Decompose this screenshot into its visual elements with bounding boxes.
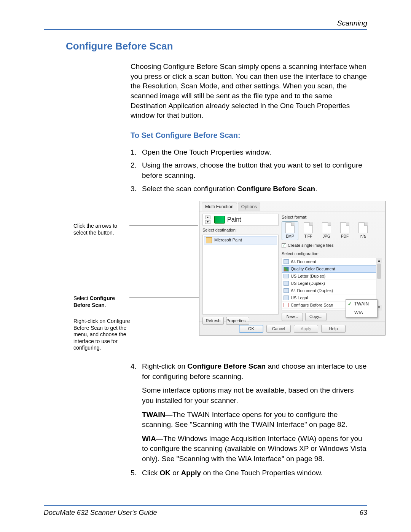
format-tiff[interactable]: TIFF [300,221,317,240]
help-button[interactable]: Help [321,325,346,333]
intro-paragraph: Choosing Configure Before Scan simply op… [131,62,367,120]
step-4-wia: WIA—The Windows Image Acquisition Interf… [142,434,367,464]
fmt-label: PDF [341,234,349,238]
ctx-wia[interactable]: WIA [346,308,377,317]
scroll-thumb[interactable] [377,264,381,279]
callout-2a: Select [73,295,90,301]
step-4-twain: TWAIN—The TWAIN Interface opens for you … [142,410,367,430]
onetouch-dialog: Multi Function Options ▲ ▼ [199,201,386,335]
step-1: Open the One Touch Properties window. [131,147,367,158]
footer-title: DocuMate 632 Scanner User's Guide [44,509,157,517]
arrow-down-button[interactable]: ▼ [205,220,210,224]
step-3-bold: Configure Before Scan [237,185,315,193]
cfg-label: A4 Document [291,259,316,265]
ok-button[interactable]: OK [239,325,263,333]
tab-multifunction[interactable]: Multi Function [202,203,237,211]
select-destination-label: Select destination: [202,227,279,233]
select-format-label: Select format: [282,214,382,220]
s5-mid: or [170,469,181,477]
fmt-label: JPG [323,234,330,238]
checkmark-icon: ✓ [348,301,352,307]
format-pdf[interactable]: PDF [336,221,353,240]
cfg-us-legal-duplex[interactable]: US Legal (Duplex) [282,280,382,287]
new-button[interactable]: New... [282,313,303,321]
copy-button[interactable]: Copy... [305,313,327,321]
callout-select-cbs: Select Configure Before Scan. [73,295,131,308]
cfg-label: US Legal (Duplex) [291,281,325,286]
step-4-pre: Right-click on [142,362,187,370]
paint-label: Paint [227,216,241,224]
fmt-label: n/a [360,234,366,238]
context-menu: ✓TWAIN WIA [346,299,378,318]
ctx-twain[interactable]: ✓TWAIN [346,300,377,308]
cfg-quality-color[interactable]: Quality Color Document [282,265,382,273]
callout-2c: . [105,302,106,308]
figure: Click the arrows to select the button. S… [140,201,367,353]
cfg-label: US Legal [291,295,308,301]
callout-rightclick: Right-click on Configure Before Scan to … [73,318,136,351]
destination-header: ▲ ▼ Paint [202,214,279,226]
format-row: BMP TIFF JPG PDF n/a [282,221,382,240]
format-jpg[interactable]: JPG [318,221,335,240]
apply-button[interactable]: Apply [294,325,318,333]
destination-item-label: Microsoft Paint [214,237,242,243]
twain-bold: TWAIN [142,411,165,419]
page-title: Configure Before Scan [66,40,367,52]
step-4-bold: Configure Before Scan [187,362,266,370]
s5-ok: OK [159,469,170,477]
destination-item[interactable]: Microsoft Paint [204,236,277,244]
subheading: To Set Configure Before Scan: [131,130,367,141]
callout-line-1 [129,225,198,225]
select-config-label: Select configuration: [282,251,382,257]
cancel-button[interactable]: Cancel [266,325,291,333]
fmt-label: TIFF [304,234,312,238]
arrow-up-button[interactable]: ▲ [205,216,210,219]
title-rule [66,54,367,54]
fmt-label: BMP [286,234,294,238]
twain-rest: —The TWAIN Interface opens for you to co… [142,411,347,429]
scroll-up-icon[interactable]: ▲ [376,258,382,263]
single-image-label: Create single image files [288,243,333,248]
step-5: Click OK or Apply on the One Touch Prope… [131,468,367,478]
cfg-a4[interactable]: A4 Document [282,258,382,265]
properties-button[interactable]: Properties... [226,317,249,325]
paint-icon [214,216,225,224]
destination-list[interactable]: Microsoft Paint [202,235,279,315]
step-3-pre: Select the scan configuration [142,185,237,193]
paint-app-icon [206,237,212,243]
header-section: Scanning [44,19,367,29]
footer-page: 63 [360,509,367,517]
wia-rest: —The Windows Image Acquisition Interface… [142,435,366,463]
refresh-button[interactable]: Refresh [202,317,224,325]
step-3: Select the scan configuration Configure … [131,184,367,353]
cfg-us-letter-duplex[interactable]: US Letter (Duplex) [282,273,382,280]
format-bmp[interactable]: BMP [282,221,298,240]
cfg-label: Configure Before Scan [291,302,333,308]
step-4: Right-click on Configure Before Scan and… [131,361,367,464]
cfg-a4-duplex[interactable]: A4 Document (Duplex) [282,287,382,294]
step-3-post: . [315,185,317,193]
ctx-label: WIA [354,310,363,315]
step-2: Using the arrows, choose the button that… [131,160,367,181]
tab-options[interactable]: Options [238,203,260,211]
header-rule [44,29,367,30]
s5-apply: Apply [181,469,201,477]
callout-arrows: Click the arrows to select the button. [73,223,131,236]
single-image-checkbox[interactable]: ✓ [282,243,286,248]
cfg-label: A4 Document (Duplex) [291,288,333,294]
s5-post: on the One Touch Properties window. [201,469,323,477]
cfg-label: Quality Color Document [291,266,335,272]
ctx-label: TWAIN [354,301,369,307]
cfg-label: US Letter (Duplex) [291,273,325,279]
wia-bold: WIA [142,435,156,443]
format-na[interactable]: n/a [355,221,371,240]
step-4-sub1: Some interface options may not be availa… [142,385,367,406]
s5-pre: Click [142,469,159,477]
